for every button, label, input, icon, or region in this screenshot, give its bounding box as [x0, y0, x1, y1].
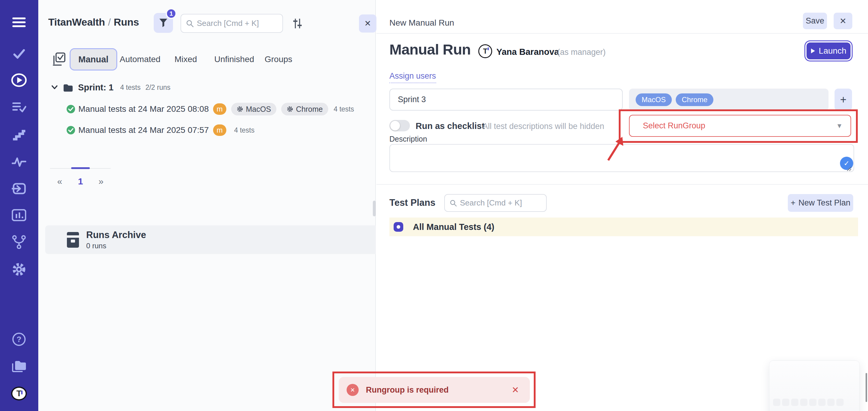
runs-search-input[interactable]	[197, 19, 275, 28]
env-chip-chrome[interactable]: Chrome	[676, 93, 713, 106]
resize-handle[interactable]	[846, 166, 851, 171]
tab-automated[interactable]: Automated	[120, 48, 160, 70]
run-row[interactable]: Manual tests at 24 Mar 2025 08:08 m MacO…	[66, 103, 374, 116]
tab-manual[interactable]: Manual	[70, 48, 117, 70]
run-name-input[interactable]	[390, 89, 623, 110]
breadcrumb-page: Runs	[114, 16, 139, 28]
steps-icon[interactable]	[11, 127, 27, 142]
folder-tests-count: 4 tests	[120, 84, 141, 92]
tab-mixed[interactable]: Mixed	[175, 48, 197, 70]
list-check-icon[interactable]	[11, 100, 27, 116]
caret-down-icon: ▼	[836, 122, 843, 130]
breadcrumb-project[interactable]: TitanWealth	[48, 16, 105, 28]
branch-icon[interactable]	[11, 234, 27, 250]
test-plan-row-all-manual[interactable]: All Manual Tests (4)	[390, 218, 858, 236]
add-environment-button[interactable]: +	[835, 89, 852, 110]
folder-icon	[63, 83, 73, 92]
folder-runs-count: 2/2 runs	[145, 84, 170, 92]
avatar: T	[478, 44, 492, 58]
folder-nav-icon[interactable]	[11, 358, 27, 374]
launch-button[interactable]: Launch	[807, 42, 850, 59]
chevron-down-icon[interactable]	[51, 85, 58, 90]
archive-runs-count: 0 runs	[86, 242, 146, 250]
menu-icon[interactable]	[11, 14, 27, 30]
run-form-title: Manual Run	[390, 41, 471, 58]
rungroup-select[interactable]: Select RunGroup ▼	[629, 115, 851, 137]
brand-letter: T	[16, 389, 22, 398]
bar-chart-icon[interactable]	[11, 207, 27, 223]
pagination-next-button[interactable]: »	[95, 176, 107, 187]
gear-icon	[287, 106, 293, 113]
sidebar: ? T	[0, 0, 38, 411]
search-icon	[450, 199, 457, 207]
runs-panel: TitanWealth/Runs 1 ✕ Manual Automated Mi…	[38, 0, 376, 411]
run-tests-count: 4 tests	[234, 126, 255, 134]
filter-button[interactable]: 1	[154, 13, 173, 33]
plus-icon: +	[791, 198, 796, 208]
manager-badge: m	[213, 103, 226, 115]
activity-icon[interactable]	[11, 154, 27, 169]
test-plans-heading: Test Plans	[390, 197, 435, 208]
checklist-label: Run as checklist	[415, 121, 485, 131]
funnel-icon	[159, 19, 167, 27]
sign-in-icon[interactable]	[11, 181, 27, 196]
run-title: Manual tests at 24 Mar 2025 07:57	[79, 125, 209, 135]
play-circle-icon[interactable]	[11, 72, 27, 88]
new-test-plan-button[interactable]: + New Test Plan	[788, 194, 853, 212]
save-button[interactable]: Save	[803, 13, 827, 29]
runs-archive-row[interactable]: Runs Archive 0 runs	[45, 225, 376, 254]
toast-message: Rungroup is required	[366, 385, 512, 395]
tab-unfinished[interactable]: Unfinished	[214, 48, 254, 70]
collapse-panel-button[interactable]: ✕	[359, 14, 376, 33]
environments-field[interactable]: MacOS Chrome	[629, 89, 829, 110]
folder-label: Sprint: 1	[78, 83, 114, 93]
test-plan-radio[interactable]	[394, 222, 403, 232]
panel-scrollbar-thumb[interactable]	[373, 201, 376, 216]
test-plans-search	[444, 194, 547, 212]
pagination-prev-button[interactable]: «	[54, 176, 66, 187]
gear-icon	[237, 106, 243, 113]
env-badge-macos: MacOS	[231, 103, 276, 116]
select-runs-icon[interactable]	[53, 53, 65, 66]
app-root: ? T TitanWealth/Runs 1 ✕ Man	[0, 0, 868, 411]
tab-groups[interactable]: Groups	[265, 48, 292, 70]
breadcrumb-separator: /	[105, 16, 114, 28]
run-tests-count: 4 tests	[334, 105, 354, 113]
close-icon: ✕	[364, 19, 371, 28]
new-manual-run-panel: New Manual Run Save ✕ Manual Run T Yana …	[376, 0, 868, 411]
assign-users-link[interactable]: Assign users	[390, 71, 436, 83]
description-label: Description	[390, 135, 427, 144]
env-chip-macos[interactable]: MacOS	[636, 93, 672, 106]
run-row[interactable]: Manual tests at 24 Mar 2025 07:57 m 4 te…	[66, 124, 374, 136]
error-circle-icon: ✕	[347, 384, 359, 396]
run-as-checklist-toggle[interactable]	[390, 120, 410, 131]
rungroup-placeholder: Select RunGroup	[643, 121, 836, 130]
question-glyph: ?	[17, 335, 22, 344]
breadcrumb: TitanWealth/Runs	[48, 16, 139, 28]
check-icon[interactable]	[11, 46, 27, 61]
status-passed-icon	[66, 104, 75, 114]
screenshot-preview-ghost	[769, 360, 860, 411]
header-divider	[376, 33, 868, 34]
env-badge-chrome: Chrome	[281, 103, 328, 116]
manager-name: Yana Baranova	[496, 47, 559, 57]
help-icon[interactable]: ?	[11, 331, 27, 347]
section-divider	[376, 184, 868, 185]
screen-edge-sliver	[866, 373, 867, 402]
checklist-hint: All test descriptions will be hidden	[483, 122, 604, 131]
pagination-page-1[interactable]: 1	[74, 176, 87, 187]
view-settings-icon[interactable]	[291, 17, 304, 30]
test-plan-label: All Manual Tests (4)	[413, 222, 494, 232]
panel-title: New Manual Run	[390, 18, 454, 28]
search-icon	[186, 20, 194, 27]
gear-icon[interactable]	[11, 261, 27, 277]
manager-badge: m	[213, 124, 226, 136]
filter-count-badge: 1	[166, 8, 177, 19]
panel-close-button[interactable]: ✕	[834, 13, 852, 29]
description-textarea[interactable]	[390, 144, 854, 172]
play-icon	[811, 48, 815, 54]
test-plans-search-input[interactable]	[460, 198, 535, 208]
tree-folder-sprint-1[interactable]: Sprint: 1 4 tests 2/2 runs	[38, 81, 376, 94]
brand-logo[interactable]: T	[11, 386, 27, 401]
toast-close-button[interactable]: ✕	[512, 385, 519, 395]
